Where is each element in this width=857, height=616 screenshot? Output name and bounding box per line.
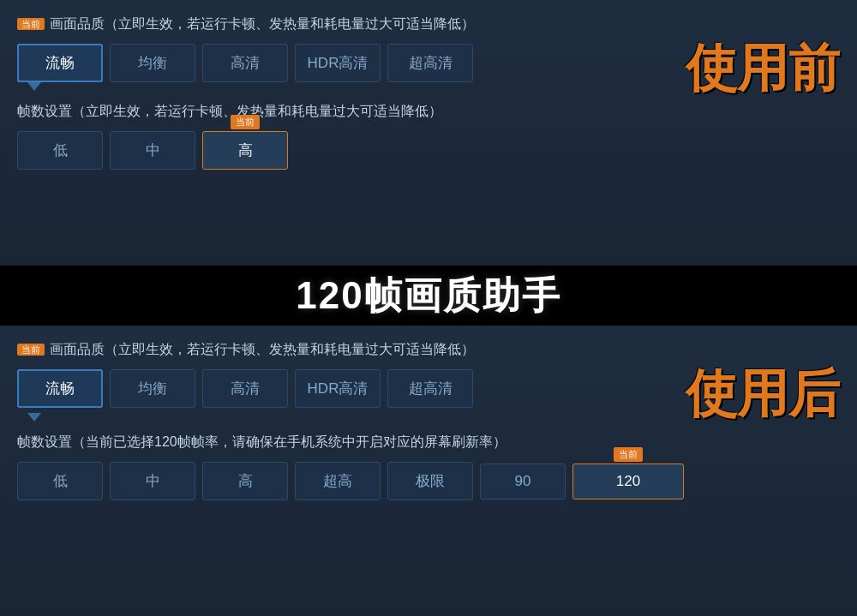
top-quality-btn-2[interactable]: 高清 bbox=[202, 44, 288, 82]
bottom-fps-btn-2[interactable]: 高 bbox=[202, 462, 288, 500]
top-quality-btn-4[interactable]: 超高清 bbox=[387, 44, 473, 82]
bottom-fps-btn-6[interactable]: 当前 120 bbox=[572, 463, 684, 499]
bottom-fps-buttons: 低 中 高 超高 极限 90 当前 120 bbox=[17, 462, 840, 500]
bottom-section: 当前画面品质（立即生效，若运行卡顿、发热量和耗电量过大可适当降低） 流畅 均衡 … bbox=[0, 326, 857, 616]
top-quality-buttons: 流畅 均衡 高清 HDR高清 超高清 bbox=[17, 44, 617, 82]
top-quality-title: 当前画面品质（立即生效，若运行卡顿、发热量和耗电量过大可适当降低） bbox=[17, 15, 840, 33]
label-before: 使用前 bbox=[686, 43, 840, 94]
bottom-quality-title: 当前画面品质（立即生效，若运行卡顿、发热量和耗电量过大可适当降低） bbox=[17, 341, 840, 359]
bottom-quality-btn-1[interactable]: 均衡 bbox=[110, 369, 195, 408]
bottom-fps-btn-3[interactable]: 超高 bbox=[295, 462, 381, 500]
top-fps-btn-0[interactable]: 低 bbox=[17, 131, 103, 170]
bottom-quality-btn-0[interactable]: 流畅 bbox=[17, 369, 103, 408]
top-current-badge: 当前 bbox=[17, 18, 45, 30]
bottom-fps-btn-0[interactable]: 低 bbox=[17, 462, 103, 500]
top-quality-btn-3[interactable]: HDR高清 bbox=[295, 44, 381, 82]
top-fps-title: 帧数设置（立即生效，若运行卡顿、发热量和耗电量过大可适当降低） bbox=[17, 103, 840, 121]
bottom-quality-btn-2[interactable]: 高清 bbox=[202, 369, 288, 408]
top-fps-btn-1[interactable]: 中 bbox=[110, 131, 195, 170]
top-arrow bbox=[27, 82, 41, 91]
bottom-fps-current-badge: 当前 bbox=[614, 447, 643, 462]
bottom-fps-btn-4[interactable]: 极限 bbox=[387, 462, 473, 500]
top-fps-current-badge: 当前 bbox=[231, 115, 260, 129]
bottom-current-badge: 当前 bbox=[17, 344, 45, 356]
bottom-fps-btn-5[interactable]: 90 bbox=[480, 463, 566, 499]
top-fps-btn-2[interactable]: 当前 高 bbox=[202, 131, 288, 170]
bottom-quality-btn-4[interactable]: 超高清 bbox=[387, 369, 473, 408]
label-after: 使用后 bbox=[686, 368, 840, 420]
top-quality-btn-0[interactable]: 流畅 bbox=[17, 44, 103, 82]
bottom-quality-buttons: 流畅 均衡 高清 HDR高清 超高清 bbox=[17, 369, 617, 408]
bottom-fps-title: 帧数设置（当前已选择120帧帧率，请确保在手机系统中开启对应的屏幕刷新率） bbox=[17, 434, 840, 452]
top-quality-btn-1[interactable]: 均衡 bbox=[110, 44, 195, 82]
bottom-fps-btn-1[interactable]: 中 bbox=[110, 462, 195, 500]
top-section: 当前画面品质（立即生效，若运行卡顿、发热量和耗电量过大可适当降低） 流畅 均衡 … bbox=[0, 0, 857, 266]
banner-text: 120帧画质助手 bbox=[296, 271, 560, 321]
top-fps-buttons: 低 中 当前 高 bbox=[17, 131, 394, 170]
bottom-quality-btn-3[interactable]: HDR高清 bbox=[295, 369, 381, 408]
banner-section: 120帧画质助手 bbox=[0, 266, 857, 326]
